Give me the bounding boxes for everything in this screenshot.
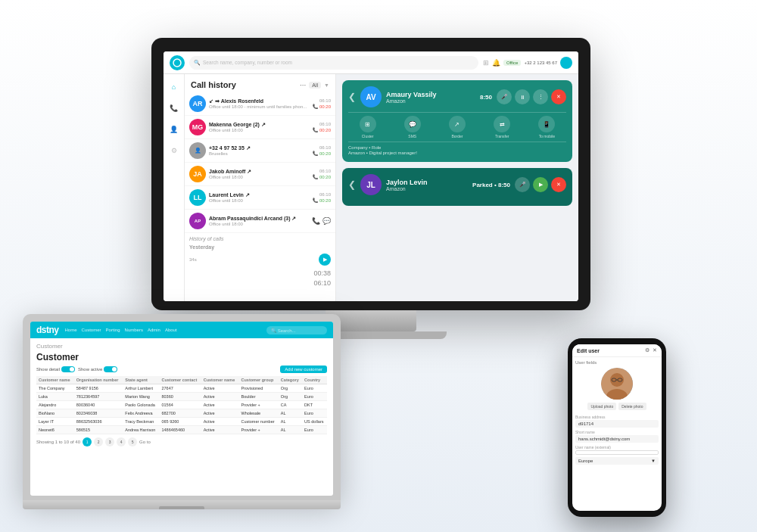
- mute-btn[interactable]: 🎤: [497, 89, 512, 104]
- bell-icon[interactable]: 🔔: [492, 59, 500, 67]
- table-row[interactable]: BioNano802346038Felix Andreeva682700Acti…: [36, 409, 327, 418]
- action-cluster[interactable]: ⊞ Cluster: [360, 116, 376, 138]
- nav-customer[interactable]: Customer: [82, 328, 101, 332]
- call-item[interactable]: 👤 +32 4 97 52 35 ↗ Bruxelles 06:10 📞 00:…: [185, 139, 335, 163]
- nav-home[interactable]: Home: [65, 328, 77, 332]
- phone-action[interactable]: 📞: [312, 217, 320, 225]
- header-right: ⊞ 🔔 Office +32 2 123 45 67: [483, 57, 572, 69]
- active-call-card-1: ❮ AV Amaury Vassily Amazon 8:50: [342, 80, 572, 162]
- nav-porting[interactable]: Porting: [106, 328, 120, 332]
- desktop-monitor: 🔍 Search name, company, number or room ⊞…: [151, 38, 590, 339]
- office-badge: Office: [503, 60, 522, 66]
- call-item[interactable]: AR ↙ ➡ Alexis Rosenfeld Office until 18:…: [185, 92, 335, 116]
- col-header: Customer name: [201, 376, 239, 384]
- filter-all-btn[interactable]: All: [309, 82, 321, 89]
- nav-about[interactable]: About: [165, 328, 177, 332]
- action-transfer[interactable]: ↗ Border: [449, 116, 466, 138]
- sms-icon: 💬: [404, 116, 421, 132]
- pause-btn[interactable]: ⏸: [515, 89, 530, 104]
- sidebar-item-settings[interactable]: ⚙: [167, 144, 181, 157]
- sidebar-item-phone[interactable]: 📞: [167, 101, 181, 115]
- action-sms[interactable]: 💬 SMS: [404, 116, 421, 138]
- call-card-info: Jaylon Levin Amazon: [386, 179, 468, 191]
- go-to-label: Go to: [139, 440, 151, 444]
- page-btn-1[interactable]: 1: [83, 437, 92, 446]
- call-controls: 🎤 ▶ ✕: [515, 177, 566, 192]
- call-item[interactable]: MG Makenna George (2) ↗ Office until 18:…: [185, 116, 335, 139]
- col-header: Customer contact: [159, 376, 201, 384]
- action-forward[interactable]: ⇄ Transfer: [494, 116, 510, 138]
- more-btn[interactable]: ⋮: [533, 89, 548, 104]
- sidebar-item-contacts[interactable]: 👤: [167, 123, 181, 136]
- dropdown-icon[interactable]: ▼: [324, 82, 329, 88]
- laptop-logo: dstny: [36, 325, 59, 335]
- call-avatar: JA: [189, 166, 206, 182]
- app-content: Call history ··· All ▼ AR: [185, 74, 578, 301]
- hangup-btn[interactable]: ✕: [551, 177, 566, 192]
- field-value[interactable]: [575, 450, 659, 455]
- delete-photo-btn[interactable]: Delete photo: [618, 403, 646, 410]
- call-card-top: ❮ JL Jaylon Levin Amazon Parked • 8:50: [348, 174, 566, 195]
- table-row[interactable]: Luka7812364597Marion Wang80360ActiveBoul…: [36, 393, 327, 401]
- call-card-avatar: AV: [360, 86, 382, 107]
- table-row[interactable]: Alejandro80036040Paolo Golonada01564Acti…: [36, 401, 327, 409]
- add-customer-btn[interactable]: Add new customer: [280, 366, 327, 373]
- message-action[interactable]: 💬: [322, 217, 331, 225]
- user-avatar[interactable]: [560, 57, 572, 69]
- laptop-search[interactable]: 🔍 Search...: [266, 326, 327, 334]
- caller-sub: Office until 18:00: [209, 128, 310, 132]
- toggle-active-switch[interactable]: [104, 366, 117, 372]
- col-header: State agent: [123, 376, 159, 384]
- action-label: Border: [451, 134, 463, 138]
- call-card-info: Amaury Vassily Amazon: [386, 91, 475, 104]
- action-label: To mobile: [539, 134, 555, 138]
- call-item[interactable]: JA Jakob Aminoff ↗ Office until 18:00 06…: [185, 163, 335, 186]
- cluster-icon: ⊞: [360, 116, 376, 132]
- field-label: Short name: [575, 430, 659, 434]
- call-item[interactable]: LL Laurent Levin ↗ Office until 18:00 06…: [185, 186, 335, 210]
- mute-btn[interactable]: 🎤: [515, 177, 530, 192]
- col-header: Customer name: [36, 376, 74, 384]
- expand-btn[interactable]: ▶: [319, 254, 331, 266]
- call-item[interactable]: AP Abram Passaquindici Arcand (3) ↗ Offi…: [185, 210, 335, 233]
- panel-actions: ··· All ▼: [300, 81, 329, 89]
- action-mobile[interactable]: 📱 To mobile: [538, 116, 555, 138]
- table-row[interactable]: Layer IT88632563036Tracy Beckman065 9260…: [36, 418, 327, 426]
- expand-call-icon[interactable]: ❮: [348, 92, 356, 102]
- grid-icon[interactable]: ⊞: [483, 59, 489, 67]
- user-avatar-area: Upload photo Delete photo: [575, 368, 659, 410]
- locale-select[interactable]: Europe ▼: [575, 457, 659, 465]
- caller-name: Amaury Vassily: [386, 91, 475, 98]
- laptop-toolbar: Show detail Show active Add new customer: [36, 366, 327, 373]
- upload-photo-btn[interactable]: Upload photo: [587, 403, 616, 410]
- page-btn-2[interactable]: 2: [94, 437, 103, 446]
- settings-icon[interactable]: ⚙: [645, 347, 650, 353]
- nav-numbers[interactable]: Numbers: [125, 328, 143, 332]
- answer-btn[interactable]: ▶: [533, 177, 548, 192]
- table-row[interactable]: Neonet6586515Andrea Harrison1486465460Ac…: [36, 426, 327, 434]
- search-bar[interactable]: 🔍 Search name, company, number or room: [189, 56, 478, 70]
- page-title: Customer: [36, 352, 327, 362]
- nav-admin[interactable]: Admin: [148, 328, 160, 332]
- laptop-screen: dstny Home Customer Porting Numbers Admi…: [30, 322, 333, 496]
- user-fields-label: User fields: [575, 360, 659, 365]
- hangup-btn[interactable]: ✕: [551, 89, 566, 104]
- page-btn-5[interactable]: 5: [128, 437, 137, 446]
- page-btn-4[interactable]: 4: [117, 437, 126, 446]
- toggle-detail-switch[interactable]: [61, 366, 75, 372]
- table-row[interactable]: The Company58487 9156Arthur Lambert27647…: [36, 384, 327, 393]
- call-card-details: Company • Role Amazon • Digital project …: [348, 142, 566, 155]
- caller-name: Laurent Levin ↗: [209, 192, 310, 198]
- sidebar-item-home[interactable]: ⌂: [167, 80, 181, 94]
- mobile-phone: Edit user ⚙ ✕ User fields: [568, 338, 666, 517]
- phone-app: Edit user ⚙ ✕ User fields: [572, 344, 662, 511]
- call-duration: 📞 00:20: [313, 151, 331, 156]
- short-name-field: Short name hans.schmidt@dstny.com: [575, 430, 659, 443]
- call-info: Jakob Aminoff ↗ Office until 18:00: [209, 169, 310, 179]
- more-options-btn[interactable]: ···: [300, 81, 306, 89]
- mobile-icon: 📱: [538, 116, 555, 132]
- close-icon[interactable]: ✕: [653, 347, 657, 353]
- page-btn-3[interactable]: 3: [105, 437, 114, 446]
- field-value: d91714: [575, 420, 659, 428]
- expand-call-icon[interactable]: ❮: [348, 179, 356, 190]
